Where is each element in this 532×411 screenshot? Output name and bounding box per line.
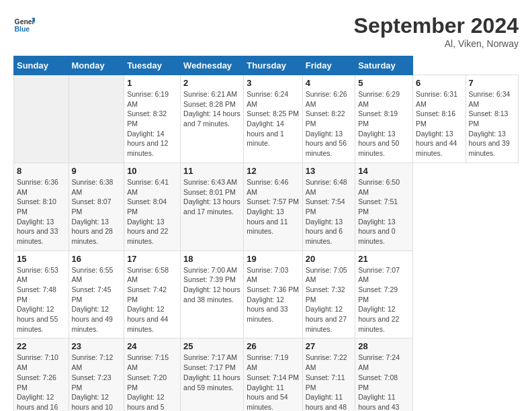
day-info: Sunrise: 6:46 AMSunset: 7:57 PMDaylight:… xyxy=(247,177,299,236)
day-info: Sunrise: 7:05 AMSunset: 7:32 PMDaylight:… xyxy=(306,265,352,334)
calendar-cell: 23Sunrise: 7:12 AMSunset: 7:23 PMDayligh… xyxy=(69,338,124,411)
calendar-cell: 12Sunrise: 6:46 AMSunset: 7:57 PMDayligh… xyxy=(244,163,302,250)
calendar-cell: 27Sunrise: 7:22 AMSunset: 7:11 PMDayligh… xyxy=(302,338,355,411)
title-block: September 2024 Al, Viken, Norway xyxy=(354,13,519,49)
location-subtitle: Al, Viken, Norway xyxy=(354,38,519,49)
calendar-cell: 17Sunrise: 6:58 AMSunset: 7:42 PMDayligh… xyxy=(124,250,181,338)
calendar-cell xyxy=(69,75,124,163)
col-header-saturday: Saturday xyxy=(355,56,413,75)
day-number: 4 xyxy=(306,78,352,88)
day-number: 2 xyxy=(183,78,240,88)
day-info: Sunrise: 6:31 AMSunset: 8:16 PMDaylight:… xyxy=(416,89,462,158)
day-number: 3 xyxy=(247,78,299,88)
day-info: Sunrise: 7:24 AMSunset: 7:08 PMDaylight:… xyxy=(358,353,410,411)
day-number: 21 xyxy=(358,254,410,264)
col-header-tuesday: Tuesday xyxy=(124,56,181,75)
calendar-cell: 21Sunrise: 7:07 AMSunset: 7:29 PMDayligh… xyxy=(355,250,413,338)
day-number: 24 xyxy=(127,341,177,351)
day-number: 23 xyxy=(72,341,122,351)
day-info: Sunrise: 6:36 AMSunset: 8:10 PMDaylight:… xyxy=(17,177,66,246)
col-header-thursday: Thursday xyxy=(244,56,302,75)
day-number: 22 xyxy=(17,341,66,351)
day-number: 26 xyxy=(247,341,299,351)
calendar-cell: 11Sunrise: 6:43 AMSunset: 8:01 PMDayligh… xyxy=(181,163,244,250)
calendar-cell: 14Sunrise: 6:50 AMSunset: 7:51 PMDayligh… xyxy=(355,163,413,250)
day-number: 8 xyxy=(17,166,66,176)
logo: General Blue General Blue xyxy=(13,13,35,35)
logo-icon: General Blue xyxy=(13,13,35,35)
month-year-title: September 2024 xyxy=(354,13,519,38)
day-info: Sunrise: 6:29 AMSunset: 8:19 PMDaylight:… xyxy=(358,89,410,158)
calendar-cell: 6Sunrise: 6:31 AMSunset: 8:16 PMDaylight… xyxy=(413,75,466,163)
day-info: Sunrise: 6:50 AMSunset: 7:51 PMDaylight:… xyxy=(358,177,410,246)
calendar-cell: 16Sunrise: 6:55 AMSunset: 7:45 PMDayligh… xyxy=(69,250,124,338)
calendar-cell: 19Sunrise: 7:03 AMSunset: 7:36 PMDayligh… xyxy=(244,250,302,338)
day-number: 15 xyxy=(17,254,66,264)
day-info: Sunrise: 7:19 AMSunset: 7:14 PMDaylight:… xyxy=(247,353,299,411)
day-number: 1 xyxy=(127,78,177,88)
day-info: Sunrise: 7:17 AMSunset: 7:17 PMDaylight:… xyxy=(183,353,240,392)
calendar-week-row: 1Sunrise: 6:19 AMSunset: 8:32 PMDaylight… xyxy=(14,75,519,163)
calendar-cell: 3Sunrise: 6:24 AMSunset: 8:25 PMDaylight… xyxy=(244,75,302,163)
day-number: 7 xyxy=(469,78,516,88)
day-info: Sunrise: 6:19 AMSunset: 8:32 PMDaylight:… xyxy=(127,89,177,158)
day-info: Sunrise: 6:55 AMSunset: 7:45 PMDaylight:… xyxy=(72,265,122,334)
calendar-cell: 9Sunrise: 6:38 AMSunset: 8:07 PMDaylight… xyxy=(69,163,124,250)
calendar-cell: 25Sunrise: 7:17 AMSunset: 7:17 PMDayligh… xyxy=(181,338,244,411)
day-info: Sunrise: 6:38 AMSunset: 8:07 PMDaylight:… xyxy=(72,177,122,246)
calendar-cell: 8Sunrise: 6:36 AMSunset: 8:10 PMDaylight… xyxy=(14,163,69,250)
day-number: 9 xyxy=(72,166,122,176)
calendar-header-row: SundayMondayTuesdayWednesdayThursdayFrid… xyxy=(14,56,519,75)
calendar-table: SundayMondayTuesdayWednesdayThursdayFrid… xyxy=(13,56,519,411)
day-number: 11 xyxy=(183,166,240,176)
calendar-cell: 18Sunrise: 7:00 AMSunset: 7:39 PMDayligh… xyxy=(181,250,244,338)
day-info: Sunrise: 7:07 AMSunset: 7:29 PMDaylight:… xyxy=(358,265,410,334)
day-info: Sunrise: 7:03 AMSunset: 7:36 PMDaylight:… xyxy=(247,265,299,324)
day-info: Sunrise: 6:58 AMSunset: 7:42 PMDaylight:… xyxy=(127,265,177,334)
day-number: 6 xyxy=(416,78,462,88)
day-number: 18 xyxy=(183,254,240,264)
day-info: Sunrise: 6:48 AMSunset: 7:54 PMDaylight:… xyxy=(306,177,352,246)
day-info: Sunrise: 6:41 AMSunset: 8:04 PMDaylight:… xyxy=(127,177,177,246)
calendar-cell: 28Sunrise: 7:24 AMSunset: 7:08 PMDayligh… xyxy=(355,338,413,411)
calendar-week-row: 22Sunrise: 7:10 AMSunset: 7:26 PMDayligh… xyxy=(14,338,519,411)
day-number: 10 xyxy=(127,166,177,176)
calendar-cell: 15Sunrise: 6:53 AMSunset: 7:48 PMDayligh… xyxy=(14,250,69,338)
day-number: 14 xyxy=(358,166,410,176)
col-header-wednesday: Wednesday xyxy=(181,56,244,75)
day-info: Sunrise: 6:21 AMSunset: 8:28 PMDaylight:… xyxy=(183,89,240,129)
day-number: 5 xyxy=(358,78,410,88)
day-info: Sunrise: 6:26 AMSunset: 8:22 PMDaylight:… xyxy=(306,89,352,158)
svg-text:General: General xyxy=(15,18,35,26)
calendar-cell: 22Sunrise: 7:10 AMSunset: 7:26 PMDayligh… xyxy=(14,338,69,411)
day-info: Sunrise: 6:53 AMSunset: 7:48 PMDaylight:… xyxy=(17,265,66,334)
day-number: 25 xyxy=(183,341,240,351)
day-info: Sunrise: 6:43 AMSunset: 8:01 PMDaylight:… xyxy=(183,177,240,217)
day-number: 28 xyxy=(358,341,410,351)
calendar-cell: 10Sunrise: 6:41 AMSunset: 8:04 PMDayligh… xyxy=(124,163,181,250)
day-number: 17 xyxy=(127,254,177,264)
day-info: Sunrise: 6:34 AMSunset: 8:13 PMDaylight:… xyxy=(469,89,516,158)
day-info: Sunrise: 6:24 AMSunset: 8:25 PMDaylight:… xyxy=(247,89,299,148)
calendar-cell: 20Sunrise: 7:05 AMSunset: 7:32 PMDayligh… xyxy=(302,250,355,338)
day-info: Sunrise: 7:10 AMSunset: 7:26 PMDaylight:… xyxy=(17,353,66,411)
day-number: 20 xyxy=(306,254,352,264)
calendar-week-row: 15Sunrise: 6:53 AMSunset: 7:48 PMDayligh… xyxy=(14,250,519,338)
calendar-cell: 5Sunrise: 6:29 AMSunset: 8:19 PMDaylight… xyxy=(355,75,413,163)
col-header-friday: Friday xyxy=(302,56,355,75)
col-header-sunday: Sunday xyxy=(14,56,69,75)
calendar-cell: 4Sunrise: 6:26 AMSunset: 8:22 PMDaylight… xyxy=(302,75,355,163)
day-number: 13 xyxy=(306,166,352,176)
day-number: 12 xyxy=(247,166,299,176)
calendar-cell: 7Sunrise: 6:34 AMSunset: 8:13 PMDaylight… xyxy=(466,75,519,163)
calendar-cell: 26Sunrise: 7:19 AMSunset: 7:14 PMDayligh… xyxy=(244,338,302,411)
day-info: Sunrise: 7:12 AMSunset: 7:23 PMDaylight:… xyxy=(72,353,122,411)
calendar-cell: 1Sunrise: 6:19 AMSunset: 8:32 PMDaylight… xyxy=(124,75,181,163)
day-info: Sunrise: 7:15 AMSunset: 7:20 PMDaylight:… xyxy=(127,353,177,411)
calendar-cell xyxy=(14,75,69,163)
day-number: 27 xyxy=(306,341,352,351)
svg-text:Blue: Blue xyxy=(15,26,30,33)
day-number: 19 xyxy=(247,254,299,264)
day-info: Sunrise: 7:22 AMSunset: 7:11 PMDaylight:… xyxy=(306,353,352,411)
day-number: 16 xyxy=(72,254,122,264)
